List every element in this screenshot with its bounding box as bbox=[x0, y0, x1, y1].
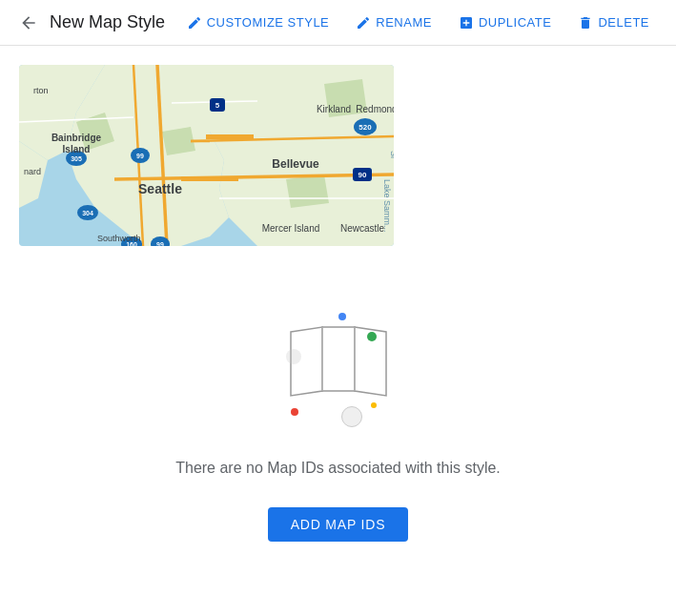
svg-text:Redmond: Redmond bbox=[356, 104, 394, 114]
svg-text:90: 90 bbox=[358, 171, 367, 179]
decorative-dot-green bbox=[367, 332, 377, 341]
rename-icon bbox=[356, 15, 371, 31]
add-map-ids-button[interactable]: ADD MAP IDS bbox=[268, 507, 409, 542]
svg-marker-8 bbox=[286, 175, 329, 208]
empty-state-message: There are no Map IDs associated with thi… bbox=[175, 460, 501, 477]
delete-label: DELETE bbox=[598, 15, 649, 30]
svg-text:99: 99 bbox=[156, 241, 164, 246]
customize-style-button[interactable]: CUSTOMIZE STYLE bbox=[175, 8, 341, 38]
svg-text:305: 305 bbox=[71, 155, 82, 162]
duplicate-label: DUPLICATE bbox=[479, 15, 552, 30]
decorative-dot-yellow bbox=[371, 402, 377, 408]
trash-icon bbox=[578, 15, 593, 31]
rename-label: RENAME bbox=[376, 15, 432, 30]
customize-style-label: CUSTOMIZE STYLE bbox=[207, 15, 330, 30]
svg-rect-17 bbox=[181, 176, 238, 181]
svg-text:rton: rton bbox=[33, 86, 49, 95]
svg-text:Island: Island bbox=[63, 144, 91, 154]
rename-button[interactable]: RENAME bbox=[344, 8, 443, 38]
svg-text:304: 304 bbox=[82, 210, 93, 216]
duplicate-button[interactable]: DUPLICATE bbox=[447, 8, 563, 38]
map-thumbnail: 520 90 99 305 304 160 5 99 bbox=[19, 65, 394, 246]
back-button[interactable] bbox=[15, 10, 42, 36]
svg-text:Mercer Island: Mercer Island bbox=[262, 223, 320, 234]
page-title: New Map Style bbox=[50, 12, 165, 32]
svg-text:Si: Si bbox=[389, 151, 394, 158]
svg-text:Southworth: Southworth bbox=[97, 234, 141, 243]
svg-text:Seattle: Seattle bbox=[138, 181, 182, 196]
svg-text:nard: nard bbox=[24, 167, 41, 176]
empty-state: There are no Map IDs associated with thi… bbox=[19, 246, 657, 561]
svg-marker-6 bbox=[162, 127, 195, 155]
svg-text:Bainbridge: Bainbridge bbox=[51, 133, 102, 143]
decorative-circle bbox=[341, 406, 362, 427]
svg-text:99: 99 bbox=[136, 153, 144, 159]
svg-text:5: 5 bbox=[215, 101, 220, 110]
delete-button[interactable]: DELETE bbox=[566, 8, 661, 38]
map-illustration bbox=[262, 284, 415, 437]
svg-rect-50 bbox=[322, 327, 355, 391]
svg-text:Lake Samm...: Lake Samm... bbox=[382, 179, 392, 233]
header: New Map Style CUSTOMIZE STYLE RENAME DUP… bbox=[0, 0, 676, 46]
decorative-dot-red bbox=[291, 408, 298, 416]
decorative-dot-gray bbox=[286, 349, 301, 364]
main-content: 520 90 99 305 304 160 5 99 bbox=[0, 46, 676, 561]
header-actions: CUSTOMIZE STYLE RENAME DUPLICATE DELETE bbox=[175, 8, 661, 38]
svg-text:Kirkland: Kirkland bbox=[317, 104, 351, 114]
svg-text:Bellevue: Bellevue bbox=[272, 157, 319, 171]
svg-rect-16 bbox=[206, 134, 254, 139]
pencil-icon bbox=[187, 15, 202, 31]
decorative-dot-blue bbox=[338, 313, 346, 320]
svg-text:520: 520 bbox=[358, 123, 372, 132]
svg-text:Newcastle: Newcastle bbox=[340, 223, 385, 234]
duplicate-icon bbox=[459, 15, 474, 31]
